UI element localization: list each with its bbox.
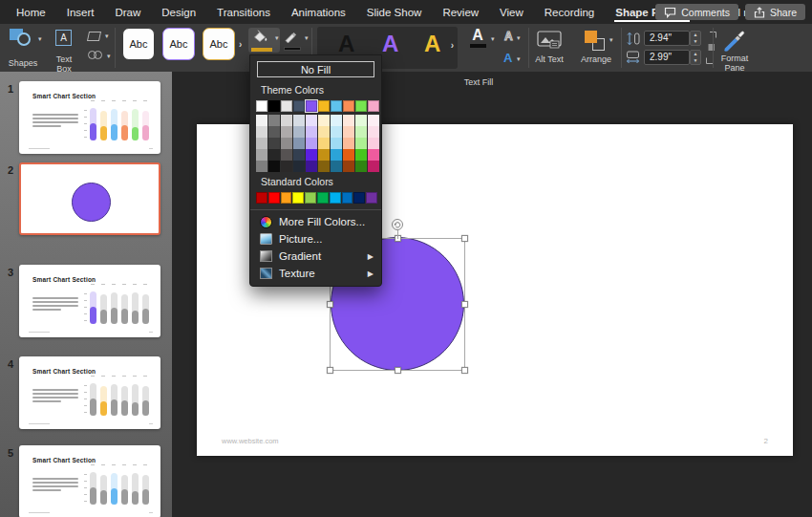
share-button[interactable]: Share	[745, 4, 805, 20]
no-fill-option[interactable]: No Fill	[257, 61, 374, 77]
menu-item-recording[interactable]: Recording	[534, 0, 605, 24]
merge-shapes-icon[interactable]	[88, 51, 103, 60]
wordart-gallery-more-icon[interactable]: ›	[451, 40, 454, 51]
edit-shape-icon[interactable]	[87, 32, 101, 41]
slide-thumbnail-page[interactable]: Smart Chart Section	[19, 445, 160, 517]
text-outline-icon[interactable]: A	[504, 30, 513, 43]
height-stepper[interactable]: ▲▼	[690, 31, 701, 46]
comments-button[interactable]: Comments	[655, 4, 738, 20]
theme-color-swatch[interactable]	[306, 100, 317, 112]
style-gallery-more-icon[interactable]: ›	[239, 39, 242, 50]
standard-color-swatch[interactable]	[281, 192, 292, 204]
fill-menu-item-picture[interactable]: Picture...	[250, 230, 381, 248]
slide-thumbnail-page[interactable]	[19, 162, 160, 235]
chevron-down-icon[interactable]: ▾	[275, 34, 279, 42]
chevron-down-icon[interactable]: ▾	[491, 35, 495, 43]
theme-color-variant-swatch[interactable]	[368, 161, 379, 172]
theme-color-variant-swatch[interactable]	[318, 161, 330, 172]
theme-color-swatch[interactable]	[368, 100, 379, 112]
shape-style-preset-3[interactable]: Abc	[203, 28, 235, 60]
theme-color-variant-swatch[interactable]	[293, 149, 305, 161]
theme-color-variant-swatch[interactable]	[306, 126, 317, 138]
theme-color-variant-swatch[interactable]	[268, 138, 280, 149]
standard-color-swatch[interactable]	[353, 192, 365, 204]
theme-color-variant-swatch[interactable]	[343, 149, 354, 161]
theme-color-variant-swatch[interactable]	[268, 126, 280, 138]
chevron-down-icon[interactable]: ▾	[105, 32, 109, 40]
theme-color-variant-swatch[interactable]	[355, 149, 367, 161]
theme-color-swatch[interactable]	[268, 100, 280, 112]
rotation-handle[interactable]	[392, 219, 403, 230]
fill-menu-item-gradient[interactable]: Gradient▶	[250, 248, 381, 265]
theme-color-variant-swatch[interactable]	[306, 115, 317, 126]
theme-color-variant-swatch[interactable]	[293, 138, 305, 149]
theme-color-variant-swatch[interactable]	[368, 138, 379, 149]
theme-color-variant-swatch[interactable]	[355, 115, 367, 126]
theme-color-variant-swatch[interactable]	[318, 115, 330, 126]
lock-aspect-ratio-icon[interactable]	[705, 31, 717, 69]
standard-color-swatch[interactable]	[330, 192, 341, 204]
chevron-down-icon[interactable]: ▾	[107, 53, 111, 60]
standard-color-swatch[interactable]	[292, 192, 304, 204]
theme-color-swatch[interactable]	[293, 100, 305, 112]
chevron-down-icon[interactable]: ▾	[517, 55, 521, 63]
resize-handle-sw[interactable]	[327, 367, 333, 374]
theme-color-variant-swatch[interactable]	[343, 115, 354, 126]
theme-color-variant-swatch[interactable]	[256, 149, 267, 161]
theme-color-variant-swatch[interactable]	[268, 149, 280, 161]
shape-width-field[interactable]: 2.99"	[644, 50, 690, 65]
theme-color-variant-swatch[interactable]	[293, 161, 305, 172]
theme-color-variant-swatch[interactable]	[306, 161, 317, 172]
theme-color-variant-swatch[interactable]	[256, 126, 267, 138]
shape-outline-button[interactable]: ▾	[284, 30, 309, 51]
theme-color-variant-swatch[interactable]	[343, 126, 354, 138]
slide-thumbnail-page[interactable]: Smart Chart Section	[19, 356, 160, 429]
theme-color-variant-swatch[interactable]	[343, 161, 354, 172]
chevron-down-icon[interactable]: ▾	[517, 34, 521, 42]
theme-color-variant-swatch[interactable]	[306, 138, 317, 149]
theme-color-variant-swatch[interactable]	[268, 161, 280, 172]
theme-color-variant-swatch[interactable]	[256, 115, 267, 126]
shape-style-preset-1[interactable]: Abc	[122, 28, 155, 60]
theme-color-variant-swatch[interactable]	[281, 161, 292, 172]
standard-color-swatch[interactable]	[317, 192, 329, 204]
theme-color-variant-swatch[interactable]	[331, 138, 342, 149]
fill-menu-item-texture[interactable]: Texture▶	[250, 265, 381, 282]
shape-fill-button[interactable]: ▾	[248, 28, 280, 53]
wordart-style-1[interactable]: A	[338, 31, 354, 57]
resize-handle-w[interactable]	[327, 301, 333, 308]
menu-item-review[interactable]: Review	[432, 0, 489, 24]
theme-color-variant-swatch[interactable]	[256, 138, 267, 149]
theme-color-variant-swatch[interactable]	[268, 115, 280, 126]
wordart-style-3[interactable]: A	[424, 31, 440, 57]
wordart-style-2[interactable]: A	[382, 31, 398, 57]
theme-color-swatch[interactable]	[318, 100, 330, 112]
text-effects-icon[interactable]: A	[503, 51, 512, 65]
standard-color-swatch[interactable]	[366, 192, 377, 204]
standard-color-swatch[interactable]	[268, 192, 280, 204]
text-fill-button[interactable]: A	[467, 28, 488, 48]
menu-item-insert[interactable]: Insert	[56, 0, 105, 24]
menu-item-animations[interactable]: Animations	[281, 0, 356, 24]
theme-color-variant-swatch[interactable]	[368, 115, 379, 126]
theme-color-variant-swatch[interactable]	[355, 138, 367, 149]
theme-color-variant-swatch[interactable]	[318, 138, 330, 149]
theme-color-variant-swatch[interactable]	[306, 149, 317, 161]
theme-color-variant-swatch[interactable]	[281, 149, 292, 161]
theme-color-variant-swatch[interactable]	[368, 149, 379, 161]
resize-handle-ne[interactable]	[461, 235, 468, 242]
menu-item-design[interactable]: Design	[151, 0, 206, 24]
theme-color-swatch[interactable]	[281, 100, 292, 112]
width-stepper[interactable]: ▲▼	[690, 50, 701, 65]
theme-color-variant-swatch[interactable]	[281, 115, 292, 126]
chevron-down-icon[interactable]: ▾	[305, 34, 309, 51]
standard-color-swatch[interactable]	[256, 192, 267, 204]
theme-color-variant-swatch[interactable]	[293, 126, 305, 138]
theme-color-variant-swatch[interactable]	[331, 161, 342, 172]
fill-menu-item-more-fill-colors[interactable]: More Fill Colors...	[250, 213, 381, 230]
slide-thumbnail-panel[interactable]: 1Smart Chart Section23Smart Chart Sectio…	[0, 72, 172, 517]
theme-color-swatch[interactable]	[355, 100, 367, 112]
theme-color-variant-swatch[interactable]	[293, 115, 305, 126]
theme-color-variant-swatch[interactable]	[343, 138, 354, 149]
theme-color-variant-swatch[interactable]	[355, 126, 367, 138]
